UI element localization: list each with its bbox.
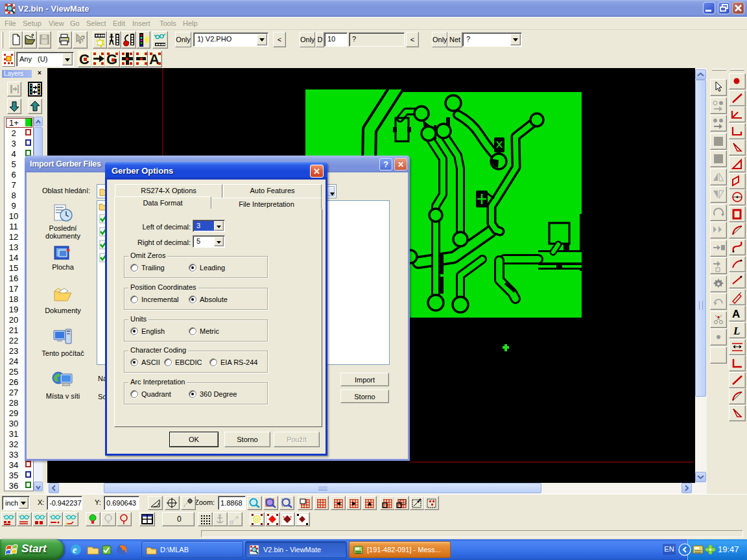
svg-text:s: s (283, 515, 285, 519)
svg-text:e: e (73, 545, 77, 555)
svg-text:s: s (290, 515, 292, 519)
svg-text:?: ? (80, 34, 85, 43)
svg-text:L: L (733, 325, 740, 337)
svg-text:A: A (732, 308, 740, 320)
